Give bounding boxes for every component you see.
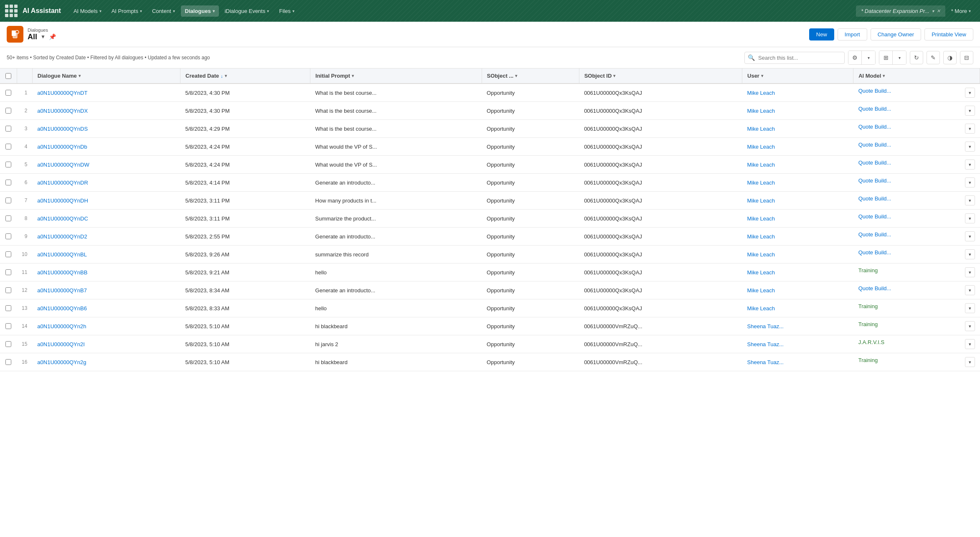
row-checkbox[interactable]: [5, 269, 11, 275]
dialogue-name-link[interactable]: a0N1U00000QYnDH: [37, 198, 88, 204]
app-launcher-icon[interactable]: [5, 5, 18, 17]
user-link[interactable]: Mike Leach: [747, 108, 775, 114]
ai-model-link[interactable]: Quote Build...: [858, 177, 891, 184]
row-action-dropdown[interactable]: ▾: [965, 249, 975, 259]
row-checkbox[interactable]: [5, 198, 11, 203]
row-action-dropdown[interactable]: ▾: [965, 124, 975, 134]
ai-model-link[interactable]: Quote Build...: [858, 142, 891, 148]
user-link[interactable]: Mike Leach: [747, 215, 775, 222]
row-select-cell[interactable]: [0, 335, 17, 353]
nav-item-content[interactable]: Content ▾: [148, 5, 179, 17]
row-action-dropdown[interactable]: ▾: [965, 195, 975, 205]
ai-model-link[interactable]: Quote Build...: [858, 195, 891, 202]
col-sobject-id[interactable]: SObject ID ▾: [579, 68, 742, 84]
dialogue-name-link[interactable]: a0N1U00000QYnDW: [37, 162, 89, 168]
row-action-dropdown[interactable]: ▾: [965, 339, 975, 349]
row-action-dropdown[interactable]: ▾: [965, 88, 975, 98]
search-input[interactable]: [744, 52, 845, 64]
row-action-dropdown[interactable]: ▾: [965, 177, 975, 187]
dialogue-name-link[interactable]: a0N1U00000QYnDb: [37, 144, 87, 150]
row-checkbox[interactable]: [5, 305, 11, 311]
row-select-cell[interactable]: [0, 156, 17, 174]
row-checkbox[interactable]: [5, 108, 11, 114]
row-select-cell[interactable]: [0, 353, 17, 371]
open-tab-datacenter[interactable]: * Datacenter Expansion Pr... ▾ ✕: [856, 5, 945, 17]
ai-model-link[interactable]: Quote Build...: [858, 106, 891, 112]
ai-model-link[interactable]: Quote Build...: [858, 213, 891, 220]
new-button[interactable]: New: [809, 28, 834, 41]
row-select-cell[interactable]: [0, 84, 17, 102]
filter-button[interactable]: ⊟: [960, 51, 973, 64]
printable-view-button[interactable]: Printable View: [924, 28, 973, 41]
edit-button[interactable]: ✎: [927, 51, 940, 64]
dialogue-name-link[interactable]: a0N1U00000QYn2I: [37, 341, 84, 347]
nav-item-ai-models[interactable]: AI Models ▾: [69, 5, 106, 17]
user-link[interactable]: Mike Leach: [747, 126, 775, 132]
dialogue-name-link[interactable]: a0N1U00000QYnBB: [37, 269, 87, 276]
user-link[interactable]: Sheena Tuaz...: [747, 323, 784, 329]
dialogue-name-link[interactable]: a0N1U00000QYnDR: [37, 180, 88, 186]
col-sobject-type[interactable]: SObject ... ▾: [482, 68, 579, 84]
title-dropdown-icon[interactable]: ▼: [41, 34, 46, 40]
dialogue-name-link[interactable]: a0N1U00000QYnDT: [37, 90, 87, 96]
row-checkbox[interactable]: [5, 359, 11, 365]
nav-more-button[interactable]: * More ▾: [947, 5, 975, 17]
ai-model-link[interactable]: Quote Build...: [858, 231, 891, 238]
row-select-cell[interactable]: [0, 246, 17, 263]
user-link[interactable]: Mike Leach: [747, 269, 775, 276]
gear-dropdown-arrow[interactable]: ▾: [862, 51, 875, 64]
user-link[interactable]: Mike Leach: [747, 287, 775, 294]
row-select-cell[interactable]: [0, 263, 17, 281]
nav-item-idialogue-events[interactable]: iDialogue Events ▾: [221, 5, 274, 17]
ai-model-link[interactable]: J.A.R.V.I.S: [858, 339, 884, 345]
row-action-dropdown[interactable]: ▾: [965, 213, 975, 223]
nav-item-dialogues[interactable]: Dialogues ▾: [181, 5, 219, 17]
ai-model-link[interactable]: Quote Build...: [858, 249, 891, 256]
col-initial-prompt[interactable]: Initial Prompt ▾: [310, 68, 482, 84]
row-action-dropdown[interactable]: ▾: [965, 285, 975, 295]
grid-dropdown-arrow[interactable]: ▾: [893, 51, 906, 64]
user-link[interactable]: Mike Leach: [747, 305, 775, 312]
row-action-dropdown[interactable]: ▾: [965, 321, 975, 331]
row-select-cell[interactable]: [0, 120, 17, 138]
ai-model-link[interactable]: Training: [858, 267, 878, 274]
row-action-dropdown[interactable]: ▾: [965, 106, 975, 116]
row-select-cell[interactable]: [0, 102, 17, 120]
dialogue-name-link[interactable]: a0N1U00000QYnDC: [37, 215, 88, 222]
grid-view-button[interactable]: ⊞: [879, 51, 893, 64]
user-link[interactable]: Mike Leach: [747, 198, 775, 204]
row-select-cell[interactable]: [0, 210, 17, 228]
refresh-button[interactable]: ↻: [910, 51, 923, 64]
row-action-dropdown[interactable]: ▾: [965, 142, 975, 152]
row-select-cell[interactable]: [0, 138, 17, 156]
user-link[interactable]: Sheena Tuaz...: [747, 359, 784, 365]
row-action-dropdown[interactable]: ▾: [965, 303, 975, 313]
dialogue-name-link[interactable]: a0N1U00000QYnB6: [37, 305, 87, 312]
row-select-cell[interactable]: [0, 317, 17, 335]
user-link[interactable]: Mike Leach: [747, 233, 775, 240]
row-checkbox[interactable]: [5, 341, 11, 347]
ai-model-link[interactable]: Quote Build...: [858, 285, 891, 291]
row-checkbox[interactable]: [5, 162, 11, 167]
chart-button[interactable]: ◑: [943, 51, 957, 64]
user-link[interactable]: Mike Leach: [747, 90, 775, 96]
import-button[interactable]: Import: [838, 28, 867, 41]
row-action-dropdown[interactable]: ▾: [965, 160, 975, 170]
row-select-cell[interactable]: [0, 174, 17, 192]
close-tab-icon[interactable]: ✕: [937, 8, 940, 14]
row-action-dropdown[interactable]: ▾: [965, 267, 975, 277]
ai-model-link[interactable]: Training: [858, 303, 878, 309]
nav-item-files[interactable]: Files ▾: [275, 5, 298, 17]
row-checkbox[interactable]: [5, 180, 11, 185]
row-action-dropdown[interactable]: ▾: [965, 231, 975, 241]
row-select-cell[interactable]: [0, 281, 17, 299]
user-link[interactable]: Mike Leach: [747, 162, 775, 168]
col-user[interactable]: User ▾: [742, 68, 853, 84]
ai-model-link[interactable]: Quote Build...: [858, 160, 891, 166]
col-select-all[interactable]: [0, 68, 17, 84]
dialogue-name-link[interactable]: a0N1U00000QYnDX: [37, 108, 88, 114]
col-ai-model[interactable]: AI Model ▾: [853, 68, 980, 84]
row-select-cell[interactable]: [0, 299, 17, 317]
ai-model-link[interactable]: Quote Build...: [858, 88, 891, 94]
row-checkbox[interactable]: [5, 215, 11, 221]
